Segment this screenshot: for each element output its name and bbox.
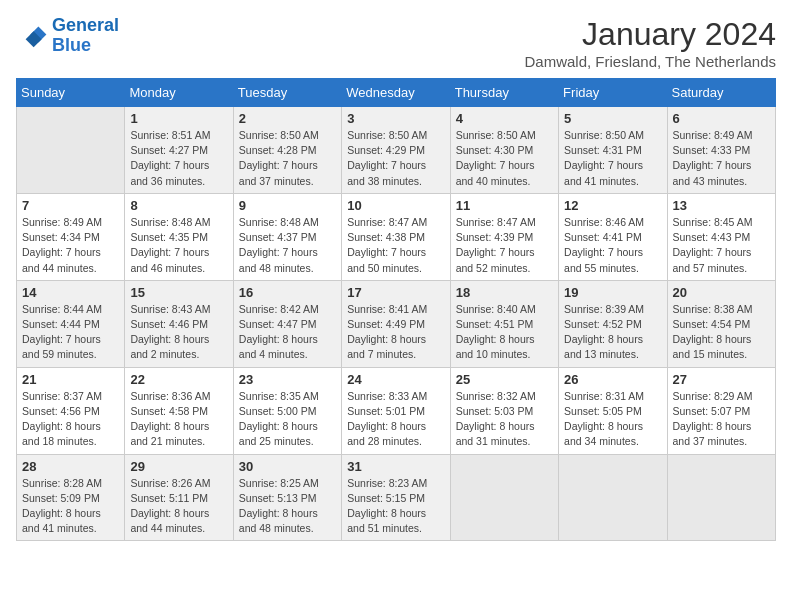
logo: General Blue [16, 16, 119, 56]
day-number: 18 [456, 285, 553, 300]
calendar-day-cell: 21Sunrise: 8:37 AMSunset: 4:56 PMDayligh… [17, 367, 125, 454]
day-number: 7 [22, 198, 119, 213]
day-info: Sunrise: 8:42 AMSunset: 4:47 PMDaylight:… [239, 302, 336, 363]
calendar-week-row: 7Sunrise: 8:49 AMSunset: 4:34 PMDaylight… [17, 193, 776, 280]
day-number: 10 [347, 198, 444, 213]
day-info: Sunrise: 8:32 AMSunset: 5:03 PMDaylight:… [456, 389, 553, 450]
day-number: 13 [673, 198, 770, 213]
calendar-day-cell [17, 107, 125, 194]
day-number: 23 [239, 372, 336, 387]
day-number: 19 [564, 285, 661, 300]
calendar-day-cell: 31Sunrise: 8:23 AMSunset: 5:15 PMDayligh… [342, 454, 450, 541]
calendar-day-cell: 10Sunrise: 8:47 AMSunset: 4:38 PMDayligh… [342, 193, 450, 280]
day-info: Sunrise: 8:28 AMSunset: 5:09 PMDaylight:… [22, 476, 119, 537]
day-number: 25 [456, 372, 553, 387]
day-number: 27 [673, 372, 770, 387]
logo-text: General Blue [52, 16, 119, 56]
calendar-day-cell: 18Sunrise: 8:40 AMSunset: 4:51 PMDayligh… [450, 280, 558, 367]
weekday-header: Wednesday [342, 79, 450, 107]
day-info: Sunrise: 8:49 AMSunset: 4:33 PMDaylight:… [673, 128, 770, 189]
calendar-day-cell: 17Sunrise: 8:41 AMSunset: 4:49 PMDayligh… [342, 280, 450, 367]
calendar-day-cell: 7Sunrise: 8:49 AMSunset: 4:34 PMDaylight… [17, 193, 125, 280]
weekday-header: Thursday [450, 79, 558, 107]
day-number: 15 [130, 285, 227, 300]
day-info: Sunrise: 8:50 AMSunset: 4:28 PMDaylight:… [239, 128, 336, 189]
calendar-day-cell: 23Sunrise: 8:35 AMSunset: 5:00 PMDayligh… [233, 367, 341, 454]
calendar-day-cell: 16Sunrise: 8:42 AMSunset: 4:47 PMDayligh… [233, 280, 341, 367]
day-number: 28 [22, 459, 119, 474]
day-number: 22 [130, 372, 227, 387]
calendar-day-cell: 11Sunrise: 8:47 AMSunset: 4:39 PMDayligh… [450, 193, 558, 280]
day-info: Sunrise: 8:50 AMSunset: 4:29 PMDaylight:… [347, 128, 444, 189]
day-number: 21 [22, 372, 119, 387]
calendar-day-cell: 1Sunrise: 8:51 AMSunset: 4:27 PMDaylight… [125, 107, 233, 194]
day-number: 3 [347, 111, 444, 126]
day-info: Sunrise: 8:23 AMSunset: 5:15 PMDaylight:… [347, 476, 444, 537]
title-block: January 2024 Damwald, Friesland, The Net… [524, 16, 776, 70]
calendar-day-cell: 24Sunrise: 8:33 AMSunset: 5:01 PMDayligh… [342, 367, 450, 454]
calendar-day-cell: 3Sunrise: 8:50 AMSunset: 4:29 PMDaylight… [342, 107, 450, 194]
calendar-day-cell: 15Sunrise: 8:43 AMSunset: 4:46 PMDayligh… [125, 280, 233, 367]
calendar-day-cell: 20Sunrise: 8:38 AMSunset: 4:54 PMDayligh… [667, 280, 775, 367]
weekday-header: Saturday [667, 79, 775, 107]
calendar-day-cell: 22Sunrise: 8:36 AMSunset: 4:58 PMDayligh… [125, 367, 233, 454]
calendar-day-cell: 30Sunrise: 8:25 AMSunset: 5:13 PMDayligh… [233, 454, 341, 541]
day-number: 17 [347, 285, 444, 300]
day-info: Sunrise: 8:45 AMSunset: 4:43 PMDaylight:… [673, 215, 770, 276]
day-info: Sunrise: 8:51 AMSunset: 4:27 PMDaylight:… [130, 128, 227, 189]
day-info: Sunrise: 8:50 AMSunset: 4:31 PMDaylight:… [564, 128, 661, 189]
day-info: Sunrise: 8:47 AMSunset: 4:38 PMDaylight:… [347, 215, 444, 276]
calendar-day-cell: 14Sunrise: 8:44 AMSunset: 4:44 PMDayligh… [17, 280, 125, 367]
calendar-day-cell: 4Sunrise: 8:50 AMSunset: 4:30 PMDaylight… [450, 107, 558, 194]
day-info: Sunrise: 8:46 AMSunset: 4:41 PMDaylight:… [564, 215, 661, 276]
day-number: 5 [564, 111, 661, 126]
calendar-week-row: 1Sunrise: 8:51 AMSunset: 4:27 PMDaylight… [17, 107, 776, 194]
day-info: Sunrise: 8:48 AMSunset: 4:35 PMDaylight:… [130, 215, 227, 276]
calendar-day-cell [450, 454, 558, 541]
calendar-day-cell: 6Sunrise: 8:49 AMSunset: 4:33 PMDaylight… [667, 107, 775, 194]
day-info: Sunrise: 8:38 AMSunset: 4:54 PMDaylight:… [673, 302, 770, 363]
calendar-day-cell: 29Sunrise: 8:26 AMSunset: 5:11 PMDayligh… [125, 454, 233, 541]
month-title: January 2024 [524, 16, 776, 53]
calendar-day-cell: 2Sunrise: 8:50 AMSunset: 4:28 PMDaylight… [233, 107, 341, 194]
calendar-week-row: 14Sunrise: 8:44 AMSunset: 4:44 PMDayligh… [17, 280, 776, 367]
calendar-day-cell [667, 454, 775, 541]
calendar-week-row: 28Sunrise: 8:28 AMSunset: 5:09 PMDayligh… [17, 454, 776, 541]
logo-icon [16, 20, 48, 52]
day-number: 9 [239, 198, 336, 213]
day-number: 20 [673, 285, 770, 300]
calendar-day-cell: 12Sunrise: 8:46 AMSunset: 4:41 PMDayligh… [559, 193, 667, 280]
day-info: Sunrise: 8:40 AMSunset: 4:51 PMDaylight:… [456, 302, 553, 363]
day-info: Sunrise: 8:33 AMSunset: 5:01 PMDaylight:… [347, 389, 444, 450]
calendar-table: SundayMondayTuesdayWednesdayThursdayFrid… [16, 78, 776, 541]
day-number: 4 [456, 111, 553, 126]
calendar-day-cell: 25Sunrise: 8:32 AMSunset: 5:03 PMDayligh… [450, 367, 558, 454]
day-number: 26 [564, 372, 661, 387]
day-number: 12 [564, 198, 661, 213]
day-info: Sunrise: 8:49 AMSunset: 4:34 PMDaylight:… [22, 215, 119, 276]
day-number: 11 [456, 198, 553, 213]
calendar-day-cell: 27Sunrise: 8:29 AMSunset: 5:07 PMDayligh… [667, 367, 775, 454]
day-info: Sunrise: 8:25 AMSunset: 5:13 PMDaylight:… [239, 476, 336, 537]
location-subtitle: Damwald, Friesland, The Netherlands [524, 53, 776, 70]
day-info: Sunrise: 8:48 AMSunset: 4:37 PMDaylight:… [239, 215, 336, 276]
weekday-header: Friday [559, 79, 667, 107]
weekday-header: Sunday [17, 79, 125, 107]
calendar-day-cell: 8Sunrise: 8:48 AMSunset: 4:35 PMDaylight… [125, 193, 233, 280]
day-info: Sunrise: 8:35 AMSunset: 5:00 PMDaylight:… [239, 389, 336, 450]
day-info: Sunrise: 8:36 AMSunset: 4:58 PMDaylight:… [130, 389, 227, 450]
weekday-header: Tuesday [233, 79, 341, 107]
day-number: 30 [239, 459, 336, 474]
day-info: Sunrise: 8:31 AMSunset: 5:05 PMDaylight:… [564, 389, 661, 450]
calendar-header-row: SundayMondayTuesdayWednesdayThursdayFrid… [17, 79, 776, 107]
calendar-day-cell: 9Sunrise: 8:48 AMSunset: 4:37 PMDaylight… [233, 193, 341, 280]
day-number: 14 [22, 285, 119, 300]
calendar-day-cell: 19Sunrise: 8:39 AMSunset: 4:52 PMDayligh… [559, 280, 667, 367]
weekday-header: Monday [125, 79, 233, 107]
day-number: 2 [239, 111, 336, 126]
day-info: Sunrise: 8:37 AMSunset: 4:56 PMDaylight:… [22, 389, 119, 450]
calendar-day-cell: 13Sunrise: 8:45 AMSunset: 4:43 PMDayligh… [667, 193, 775, 280]
day-info: Sunrise: 8:26 AMSunset: 5:11 PMDaylight:… [130, 476, 227, 537]
calendar-day-cell: 5Sunrise: 8:50 AMSunset: 4:31 PMDaylight… [559, 107, 667, 194]
day-info: Sunrise: 8:43 AMSunset: 4:46 PMDaylight:… [130, 302, 227, 363]
